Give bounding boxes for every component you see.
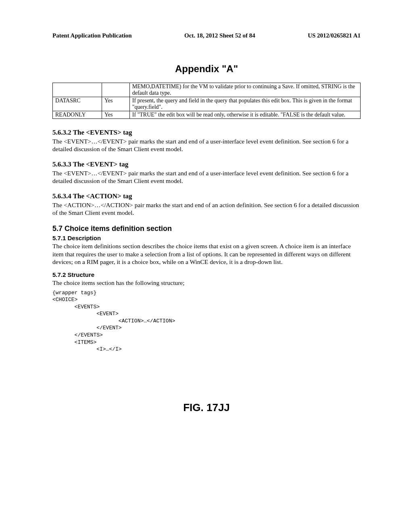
attributes-table: MEMO,DATETIME) for the VM to validate pr… <box>52 83 361 119</box>
header-left: Patent Application Publication <box>52 32 132 39</box>
heading-5-7: 5.7 Choice items definition section <box>52 224 361 233</box>
cell-desc: MEMO,DATETIME) for the VM to validate pr… <box>129 83 360 97</box>
cell-desc: If "TRUE" the edit box will be read only… <box>129 111 360 119</box>
cell-attr <box>53 83 102 97</box>
header-right: US 2012/0265821 A1 <box>308 32 361 39</box>
table-row: MEMO,DATETIME) for the VM to validate pr… <box>53 83 361 97</box>
body-5-6-3-3: The <EVENT>…</EVENT> pair marks the star… <box>52 169 361 185</box>
cell-optional <box>102 83 130 97</box>
header-center: Oct. 18, 2012 Sheet 52 of 84 <box>184 32 255 39</box>
header-line: Patent Application Publication Oct. 18, … <box>52 32 361 39</box>
heading-5-6-3-4: 5.6.3.4 The <ACTION> tag <box>52 192 361 200</box>
table-row: READONLY Yes If "TRUE" the edit box will… <box>53 111 361 119</box>
cell-desc: If present, the query and field in the q… <box>129 97 360 111</box>
cell-attr: DATASRC <box>53 97 102 111</box>
figure-label: FIG. 17JJ <box>52 401 361 414</box>
body-5-6-3-4: The <ACTION>…</ACTION> pair marks the st… <box>52 201 361 217</box>
heading-5-6-3-2: 5.6.3.2 The <EVENTS> tag <box>52 129 361 137</box>
body-5-7-1: The choice item definitions section desc… <box>52 242 361 266</box>
heading-5-7-2: 5.7.2 Structure <box>52 271 361 278</box>
cell-optional: Yes <box>102 97 130 111</box>
cell-attr: READONLY <box>53 111 102 119</box>
appendix-title: Appendix "A" <box>52 63 361 75</box>
page: Patent Application Publication Oct. 18, … <box>0 0 413 532</box>
code-block-structure: {wrapper tags} <CHOICE> <EVENTS> <EVENT>… <box>52 289 361 353</box>
table-row: DATASRC Yes If present, the query and fi… <box>53 97 361 111</box>
heading-5-7-1: 5.7.1 Description <box>52 235 361 241</box>
cell-optional: Yes <box>102 111 130 119</box>
heading-5-6-3-3: 5.6.3.3 The <EVENT> tag <box>52 160 361 168</box>
body-5-7-2: The choice items section has the followi… <box>52 279 361 287</box>
body-5-6-3-2: The <EVENT>…</EVENT> pair marks the star… <box>52 137 361 153</box>
